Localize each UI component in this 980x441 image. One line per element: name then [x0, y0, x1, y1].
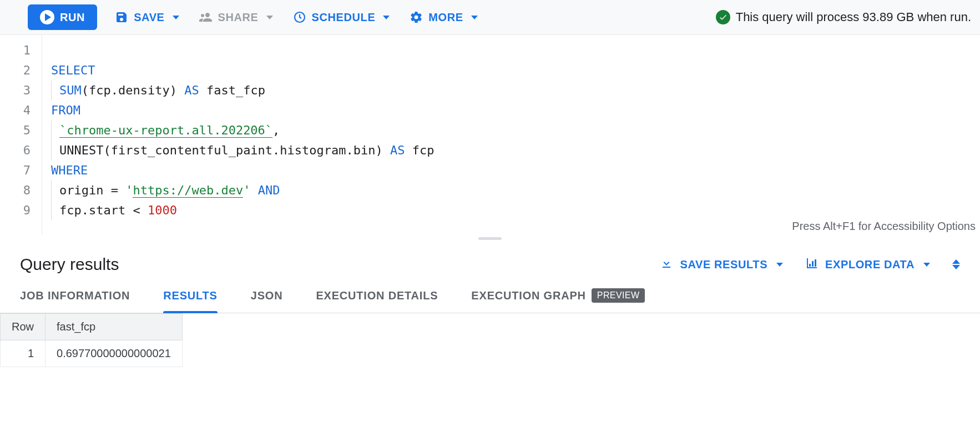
chevron-down-icon — [923, 263, 930, 267]
share-icon — [199, 11, 213, 24]
line-number: 4 — [0, 101, 31, 121]
explore-data-button[interactable]: EXPLORE DATA — [805, 257, 930, 273]
run-button[interactable]: RUN — [28, 4, 97, 30]
save-button[interactable]: SAVE — [113, 6, 181, 28]
accessibility-hint: Press Alt+F1 for Accessibility Options — [792, 220, 976, 233]
line-number: 3 — [0, 81, 31, 101]
chevron-down-icon — [383, 16, 390, 19]
col-fast-fcp: fast_fcp — [46, 314, 183, 340]
download-icon — [660, 257, 673, 273]
query-toolbar: RUN SAVE SHARE SCHEDULE MORE This qu — [0, 0, 980, 35]
checkmark-icon — [716, 10, 730, 24]
tab-execution-graph[interactable]: EXECUTION GRAPH PREVIEW — [471, 288, 645, 313]
save-label: SAVE — [134, 11, 164, 24]
col-row: Row — [1, 314, 46, 340]
cell-rownum: 1 — [1, 340, 46, 367]
chart-icon — [805, 257, 819, 273]
sql-editor[interactable]: 123456789 SELECT SUM(fcp.density) AS fas… — [0, 35, 980, 235]
explore-data-label: EXPLORE DATA — [825, 258, 915, 271]
share-button[interactable]: SHARE — [197, 6, 275, 28]
results-tabs: JOB INFORMATION RESULTS JSON EXECUTION D… — [0, 278, 980, 313]
chevron-up-icon — [952, 259, 960, 264]
results-title: Query results — [20, 255, 119, 274]
share-label: SHARE — [218, 11, 259, 24]
more-label: MORE — [428, 11, 463, 24]
pane-resize-handle[interactable] — [0, 235, 980, 242]
code-content[interactable]: SELECT SUM(fcp.density) AS fast_fcp FROM… — [42, 35, 980, 235]
chevron-down-icon — [776, 263, 783, 267]
save-results-button[interactable]: SAVE RESULTS — [660, 257, 783, 273]
line-gutter: 123456789 — [0, 35, 42, 235]
tab-execution-details[interactable]: EXECUTION DETAILS — [316, 288, 438, 313]
results-table: Row fast_fcp 1 0.69770000000000021 — [0, 313, 183, 367]
line-number: 6 — [0, 141, 31, 161]
clock-icon — [293, 11, 306, 24]
tab-json[interactable]: JSON — [251, 288, 283, 313]
chevron-down-icon — [952, 265, 960, 269]
play-icon — [40, 10, 54, 24]
schedule-button[interactable]: SCHEDULE — [291, 6, 392, 28]
chevron-down-icon — [471, 16, 478, 19]
table-row[interactable]: 1 0.69770000000000021 — [1, 340, 183, 367]
schedule-label: SCHEDULE — [312, 11, 376, 24]
more-button[interactable]: MORE — [407, 6, 479, 28]
table-header-row: Row fast_fcp — [1, 314, 183, 340]
tab-results[interactable]: RESULTS — [163, 288, 217, 313]
save-results-label: SAVE RESULTS — [680, 258, 767, 271]
chevron-down-icon — [266, 16, 273, 19]
line-number: 7 — [0, 161, 31, 181]
results-header: Query results SAVE RESULTS EXPLORE DATA — [0, 242, 980, 278]
line-number: 1 — [0, 41, 31, 61]
run-label: RUN — [60, 11, 85, 24]
expand-collapse-toggle[interactable] — [952, 259, 960, 269]
gear-icon — [410, 11, 423, 24]
preview-badge: PREVIEW — [592, 288, 645, 303]
save-icon — [115, 11, 128, 24]
cell-fast-fcp: 0.69770000000000021 — [46, 340, 183, 367]
query-status: This query will process 93.89 GB when ru… — [716, 10, 971, 24]
line-number: 5 — [0, 121, 31, 141]
tab-job-information[interactable]: JOB INFORMATION — [20, 288, 130, 313]
chevron-down-icon — [173, 16, 179, 19]
line-number: 8 — [0, 181, 31, 201]
line-number: 9 — [0, 201, 31, 220]
tab-execution-graph-label: EXECUTION GRAPH — [471, 289, 585, 302]
status-text: This query will process 93.89 GB when ru… — [736, 10, 971, 24]
line-number: 2 — [0, 61, 31, 81]
